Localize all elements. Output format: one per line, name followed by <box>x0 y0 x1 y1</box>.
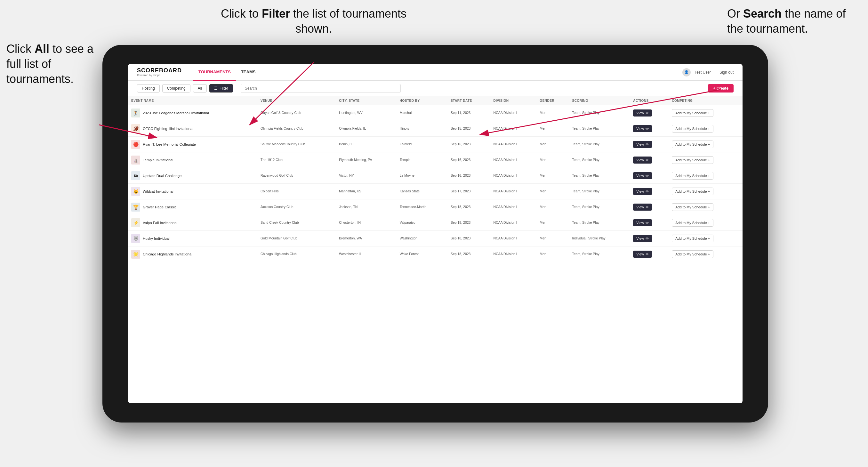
signout-link[interactable]: Sign out <box>719 70 734 74</box>
col-venue: VENUE <box>257 96 336 105</box>
division-cell: NCAA Division I <box>490 152 537 168</box>
gender-cell: Men <box>536 137 569 152</box>
annotation-search: Or Search the name of the tournament. <box>727 6 849 36</box>
venue-cell: Chicago Highlands Club <box>257 246 336 262</box>
city-cell: Manhattan, KS <box>336 184 396 199</box>
competing-cell: Add to My Schedule + <box>669 231 743 246</box>
add-to-schedule-button[interactable]: Add to My Schedule + <box>672 188 713 195</box>
add-to-schedule-button[interactable]: Add to My Schedule + <box>672 109 713 117</box>
competing-cell: Add to My Schedule + <box>669 246 743 262</box>
col-scoring: SCORING <box>569 96 630 105</box>
event-name: Chicago Highlands Invitational <box>143 252 192 256</box>
add-to-schedule-button[interactable]: Add to My Schedule + <box>672 125 713 132</box>
team-logo: ⛪ <box>131 156 140 164</box>
event-cell-3: ⛪ Temple Invitational <box>128 152 257 168</box>
scoring-cell: Team, Stroke Play <box>569 215 630 231</box>
view-button[interactable]: View 👁 <box>633 157 652 163</box>
col-gender: GENDER <box>536 96 569 105</box>
actions-cell: View 👁 <box>630 246 669 262</box>
competing-cell: Add to My Schedule + <box>669 184 743 199</box>
add-to-schedule-button[interactable]: Add to My Schedule + <box>672 203 713 211</box>
event-cell-0: 🏌 2023 Joe Feaganes Marshall Invitationa… <box>128 105 257 121</box>
competing-cell: Add to My Schedule + <box>669 199 743 215</box>
division-cell: NCAA Division I <box>490 215 537 231</box>
filters-row: Hosting Competing All ☰ Filter + Create <box>128 81 743 96</box>
view-button[interactable]: View 👁 <box>633 172 652 179</box>
venue-cell: The 1912 Club <box>257 152 336 168</box>
create-button[interactable]: + Create <box>708 84 734 93</box>
hosted-cell: Washington <box>397 231 447 246</box>
division-cell: NCAA Division I <box>490 137 537 152</box>
tab-competing[interactable]: Competing <box>162 84 190 93</box>
view-button[interactable]: View 👁 <box>633 235 652 242</box>
user-icon: 👤 <box>682 68 691 76</box>
tab-hosting[interactable]: Hosting <box>137 84 160 93</box>
event-name: Wildcat Invitational <box>143 189 174 193</box>
eye-icon: 👁 <box>646 221 649 225</box>
table-row: 🏈 OFCC Fighting Illini Invitational Olym… <box>128 121 743 137</box>
team-logo: 🐱 <box>131 187 140 196</box>
nav-links: TOURNAMENTS TEAMS <box>193 64 260 81</box>
venue-cell: Gold Mountain Golf Club <box>257 231 336 246</box>
actions-cell: View 👁 <box>630 231 669 246</box>
scoring-cell: Individual, Stroke Play <box>569 231 630 246</box>
gender-cell: Men <box>536 184 569 199</box>
nav-link-teams[interactable]: TEAMS <box>236 64 261 81</box>
add-to-schedule-button[interactable]: Add to My Schedule + <box>672 141 713 148</box>
venue-cell: Shuttle Meadow Country Club <box>257 137 336 152</box>
nav-right: 👤 Test User | Sign out <box>682 68 734 76</box>
search-input[interactable] <box>241 84 401 93</box>
gender-cell: Men <box>536 152 569 168</box>
event-cell-8: 🐺 Husky Individual <box>128 231 257 246</box>
view-button[interactable]: View 👁 <box>633 188 652 195</box>
view-button[interactable]: View 👁 <box>633 125 652 132</box>
view-button[interactable]: View 👁 <box>633 204 652 211</box>
col-actions: ACTIONS <box>630 96 669 105</box>
venue-cell: Jackson Country Club <box>257 199 336 215</box>
col-start-date: START DATE <box>447 96 490 105</box>
competing-cell: Add to My Schedule + <box>669 137 743 152</box>
col-competing: COMPETING <box>669 96 743 105</box>
date-cell: Sep 16, 2023 <box>447 168 490 184</box>
team-logo: ⚡ <box>131 218 140 227</box>
hosted-cell: Temple <box>397 152 447 168</box>
add-to-schedule-button[interactable]: Add to My Schedule + <box>672 156 713 164</box>
add-to-schedule-button[interactable]: Add to My Schedule + <box>672 219 713 227</box>
city-cell: Victor, NY <box>336 168 396 184</box>
gender-cell: Men <box>536 199 569 215</box>
hosted-cell: Tennessee-Martin <box>397 199 447 215</box>
date-cell: Sep 11, 2023 <box>447 105 490 121</box>
scoring-cell: Team, Stroke Play <box>569 121 630 137</box>
eye-icon: 👁 <box>646 127 649 131</box>
scoring-cell: Team, Stroke Play <box>569 137 630 152</box>
venue-cell: Sand Creek Country Club <box>257 215 336 231</box>
division-cell: NCAA Division I <box>490 246 537 262</box>
city-cell: Westchester, IL <box>336 246 396 262</box>
date-cell: Sep 18, 2023 <box>447 231 490 246</box>
table-row: 🐱 Wildcat Invitational Colbert HillsManh… <box>128 184 743 199</box>
table-row: 🏔 Upstate Dual Challenge Ravenwood Golf … <box>128 168 743 184</box>
filter-button[interactable]: ☰ Filter <box>209 84 233 93</box>
division-cell: NCAA Division I <box>490 199 537 215</box>
actions-cell: View 👁 <box>630 152 669 168</box>
tab-all[interactable]: All <box>193 84 207 93</box>
date-cell: Sep 15, 2023 <box>447 121 490 137</box>
view-button[interactable]: View 👁 <box>633 219 652 226</box>
table-row: 🏌 2023 Joe Feaganes Marshall Invitationa… <box>128 105 743 121</box>
city-cell: Bremerton, WA <box>336 231 396 246</box>
team-logo: 🏔 <box>131 171 140 180</box>
add-to-schedule-button[interactable]: Add to My Schedule + <box>672 250 713 258</box>
add-to-schedule-button[interactable]: Add to My Schedule + <box>672 235 713 242</box>
gender-cell: Men <box>536 105 569 121</box>
division-cell: NCAA Division I <box>490 105 537 121</box>
competing-cell: Add to My Schedule + <box>669 168 743 184</box>
table-row: ⚡ Valpo Fall Invitational Sand Creek Cou… <box>128 215 743 231</box>
add-to-schedule-button[interactable]: Add to My Schedule + <box>672 172 713 180</box>
date-cell: Sep 18, 2023 <box>447 246 490 262</box>
nav-link-tournaments[interactable]: TOURNAMENTS <box>193 64 236 81</box>
view-button[interactable]: View 👁 <box>633 141 652 148</box>
venue-cell: Olympia Fields Country Club <box>257 121 336 137</box>
view-button[interactable]: View 👁 <box>633 110 652 117</box>
actions-cell: View 👁 <box>630 168 669 184</box>
view-button[interactable]: View 👁 <box>633 251 652 258</box>
